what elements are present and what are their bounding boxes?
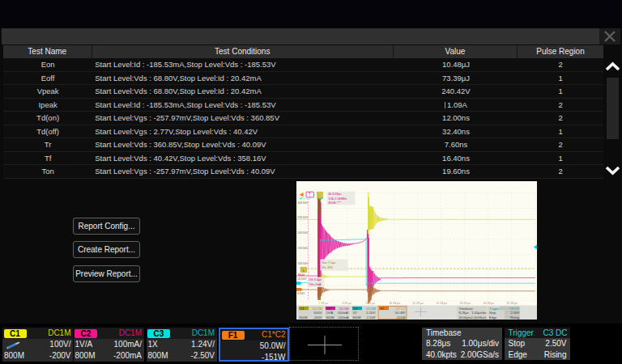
svg-text:C1*C2: C1*C2 — [396, 307, 407, 311]
svg-text:308.84V: 308.84V — [297, 201, 309, 205]
svg-text:Vth 6.6μs: Vth 6.6μs — [309, 278, 322, 281]
svg-text:258.84V: 258.84V — [297, 216, 309, 219]
svg-text:208.84V: 208.84V — [297, 231, 309, 235]
svg-text:Vov 7.1μs: Vov 7.1μs — [322, 261, 336, 265]
svg-text:1X: 1X — [353, 311, 357, 315]
svg-text:Trigger: Trigger — [489, 307, 500, 311]
svg-text:14.28 μs: 14.28 μs — [483, 302, 494, 305]
svg-text:100V/: 100V/ — [313, 311, 322, 315]
svg-text:DC1M: DC1M — [313, 307, 322, 311]
svg-text:Δt 8.48μs: Δt 8.48μs — [329, 193, 342, 196]
svg-text:2.50V: 2.50V — [511, 311, 520, 315]
svg-text:158.84V: 158.84V — [297, 247, 309, 250]
svg-text:DC1M: DC1M — [366, 307, 375, 311]
svg-text:DC1M: DC1M — [339, 307, 348, 311]
svg-text:7.28 μs: 7.28 μs — [318, 302, 328, 305]
svg-text:11.28 μs: 11.28 μs — [412, 302, 423, 305]
svg-text:9.28 μs: 9.28 μs — [365, 302, 375, 305]
svg-text:-200V: -200V — [313, 315, 322, 320]
svg-text:Vth=7mA: Vth=7mA — [309, 283, 322, 286]
svg-text:Math: Math — [298, 273, 305, 277]
svg-text:T: T — [309, 193, 311, 197]
svg-text:8.84V: 8.84V — [297, 292, 305, 295]
svg-text:1/Δt 2.08MHz: 1/Δt 2.08MHz — [329, 197, 347, 201]
svg-text:C3: C3 — [353, 307, 358, 311]
svg-text:1.00μs/div: 1.00μs/div — [471, 311, 486, 315]
svg-text:2.00GSa/s: 2.00GSa/s — [471, 315, 487, 320]
svg-text:f3= 43V: f3= 43V — [322, 266, 334, 269]
svg-text:15.28 μs: 15.28 μs — [506, 302, 518, 305]
svg-text:8.28 μs: 8.28 μs — [342, 302, 351, 305]
svg-text:100mA/: 100mA/ — [338, 311, 350, 315]
svg-text:-2.50V: -2.50V — [366, 315, 376, 320]
svg-text:58.84V: 58.84V — [297, 277, 307, 281]
svg-text:C3 DC: C3 DC — [509, 307, 519, 311]
svg-text:Rising: Rising — [510, 315, 519, 320]
svg-text:ΔV/Δt ***: ΔV/Δt *** — [329, 201, 342, 205]
svg-text:C1: C1 — [300, 307, 305, 311]
svg-text:10.28 μs: 10.28 μs — [389, 302, 400, 305]
svg-text:40.0kpts: 40.0kpts — [459, 315, 471, 320]
svg-text:800M: 800M — [300, 315, 308, 320]
svg-text:C2: C2 — [326, 307, 331, 311]
svg-text:12.28 μs: 12.28 μs — [436, 302, 447, 305]
svg-text:1.24V/: 1.24V/ — [366, 311, 376, 315]
svg-text:13.28 μs: 13.28 μs — [459, 302, 471, 305]
svg-text:8.28μs: 8.28μs — [459, 311, 469, 315]
svg-text:Stop: Stop — [489, 311, 496, 315]
svg-text:108.84V: 108.84V — [297, 262, 309, 265]
svg-text:Edge: Edge — [489, 315, 497, 320]
svg-text:1V/A: 1V/A — [326, 311, 334, 315]
svg-text:50.0W/: 50.0W/ — [395, 311, 407, 315]
svg-text:F1: F1 — [380, 307, 384, 311]
svg-text:-200mA: -200mA — [337, 315, 348, 320]
svg-text:-151W: -151W — [396, 315, 406, 320]
svg-text:800M: 800M — [353, 315, 361, 320]
svg-text:Timebase: Timebase — [459, 307, 474, 311]
svg-text:800M: 800M — [326, 315, 334, 320]
